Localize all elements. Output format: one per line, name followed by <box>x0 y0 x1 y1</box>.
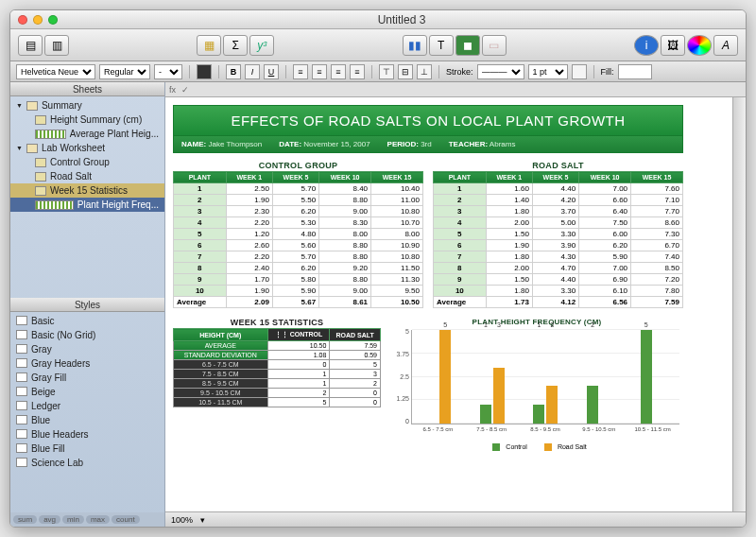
stroke-width-select[interactable]: 1 pt <box>528 64 568 79</box>
stroke-color-button[interactable] <box>572 64 587 79</box>
format-bar: Helvetica Neue Regular - B I U ≡ ≡ ≡ ≡ ⊤… <box>10 61 746 82</box>
fill-label: Fill: <box>601 67 614 77</box>
bold-button[interactable]: B <box>226 64 241 79</box>
sidebar-item[interactable]: Week 15 Statistics <box>10 183 164 198</box>
titlebar: Untitled 3 <box>10 10 746 29</box>
sidebar: Sheets ▼SummaryHeight Summary (cm)Averag… <box>10 82 165 527</box>
chart-legend: ControlRoad Salt <box>390 443 683 451</box>
stroke-style-select[interactable]: ——— <box>477 64 524 79</box>
sidebar-item[interactable]: Height Summary (cm) <box>10 113 164 127</box>
sidebar-item[interactable]: Average Plant Heig... <box>10 127 164 141</box>
shapes-button[interactable]: ◼ <box>455 35 480 56</box>
week15-stats-table[interactable]: WEEK 15 STATISTICS HEIGHT (CM)⋮⋮ CONTROL… <box>173 318 381 451</box>
text-color-button[interactable] <box>197 64 212 79</box>
sidebar-item[interactable]: ▼Summary <box>10 98 164 113</box>
vertical-scrollbar[interactable] <box>732 97 746 511</box>
media-button[interactable]: 🖼 <box>661 35 685 56</box>
fonts-button[interactable]: A <box>713 35 738 56</box>
view-button[interactable]: ▤ <box>18 35 43 56</box>
styles-header: Styles <box>10 298 164 312</box>
status-bar: 100% ▾ <box>165 511 746 527</box>
doc-title: EFFECTS OF ROAD SALTS ON LOCAL PLANT GRO… <box>173 105 683 136</box>
sidebar-item[interactable]: ▼Lab Worksheet <box>10 141 164 155</box>
sidebar-item[interactable]: Control Group <box>10 155 164 169</box>
tables-button[interactable]: ▦ <box>197 35 221 56</box>
fx-label: fx <box>169 85 176 95</box>
italic-button[interactable]: I <box>245 64 260 79</box>
colors-button[interactable] <box>687 35 712 56</box>
align-center-button[interactable]: ≡ <box>312 64 327 79</box>
valign-bottom-button[interactable]: ⊥ <box>417 64 432 79</box>
font-weight-select[interactable]: Regular <box>99 64 150 79</box>
checkmark-icon[interactable]: ✓ <box>181 85 189 95</box>
style-item[interactable]: Gray <box>10 342 164 356</box>
style-item[interactable]: Blue Fill <box>10 442 164 456</box>
sheets-list: ▼SummaryHeight Summary (cm)Average Plant… <box>10 96 164 298</box>
chevron-down-icon[interactable]: ▾ <box>200 515 205 525</box>
doc-meta: NAME: Jake Thompson DATE: November 15, 2… <box>173 136 683 153</box>
plant-height-chart[interactable]: PLANT HEIGHT FREQUENCY (CM) 53.752.51.25… <box>390 318 683 451</box>
zoom-level[interactable]: 100% <box>171 515 193 525</box>
style-item[interactable]: Gray Headers <box>10 356 164 371</box>
align-right-button[interactable]: ≡ <box>331 64 346 79</box>
zoom-icon[interactable] <box>48 15 58 25</box>
textbox-button[interactable]: T <box>429 35 454 56</box>
style-item[interactable]: Blue Headers <box>10 427 164 442</box>
sheets-header: Sheets <box>10 82 164 96</box>
footer-pill[interactable]: sum <box>13 515 37 524</box>
font-size-select[interactable]: - <box>154 64 182 79</box>
styles-list: BasicBasic (No Grid)GrayGray HeadersGray… <box>10 312 164 513</box>
stroke-label: Stroke: <box>446 67 473 77</box>
font-family-select[interactable]: Helvetica Neue <box>16 64 95 79</box>
underline-button[interactable]: U <box>264 64 279 79</box>
style-item[interactable]: Basic <box>10 314 164 328</box>
inspector-button[interactable]: i <box>634 35 659 56</box>
main-toolbar: ▤ ▥ ▦ Σ y³ ▮▮ T ◼ ▭ i 🖼 A <box>10 29 746 61</box>
fill-color-button[interactable] <box>618 64 652 79</box>
align-left-button[interactable]: ≡ <box>293 64 308 79</box>
style-item[interactable]: Science Lab <box>10 456 164 470</box>
close-icon[interactable] <box>18 15 27 25</box>
footer-pill[interactable]: max <box>86 515 110 524</box>
style-item[interactable]: Basic (No Grid) <box>10 328 164 342</box>
app-window: Untitled 3 ▤ ▥ ▦ Σ y³ ▮▮ T ◼ ▭ i 🖼 A Hel… <box>9 9 747 528</box>
minimize-icon[interactable] <box>33 15 43 25</box>
style-item[interactable]: Beige <box>10 385 164 399</box>
formula-button[interactable]: y³ <box>249 35 274 56</box>
valign-top-button[interactable]: ⊤ <box>379 64 394 79</box>
functions-button[interactable]: Σ <box>223 35 248 56</box>
style-item[interactable]: Gray Fill <box>10 371 164 385</box>
canvas[interactable]: EFFECTS OF ROAD SALTS ON LOCAL PLANT GRO… <box>165 97 732 511</box>
sidebar-footer: sumavgminmaxcount <box>10 512 164 527</box>
style-item[interactable]: Blue <box>10 413 164 427</box>
charts-button[interactable]: ▮▮ <box>403 35 427 56</box>
window-title: Untitled 3 <box>58 13 746 26</box>
road-salt-table[interactable]: ROAD SALT PLANTWEEK 1WEEK 5WEEK 10WEEK 1… <box>433 161 683 308</box>
footer-pill[interactable]: min <box>62 515 84 524</box>
formula-bar[interactable]: fx ✓ <box>165 82 746 97</box>
footer-pill[interactable]: avg <box>39 515 60 524</box>
sheet-button[interactable]: ▥ <box>44 35 69 56</box>
valign-middle-button[interactable]: ⊟ <box>398 64 413 79</box>
sidebar-item[interactable]: Road Salt <box>10 169 164 183</box>
control-group-table[interactable]: CONTROL GROUP PLANTWEEK 1WEEK 5WEEK 10WE… <box>173 161 423 308</box>
align-justify-button[interactable]: ≡ <box>350 64 365 79</box>
style-item[interactable]: Ledger <box>10 399 164 413</box>
footer-pill[interactable]: count <box>112 515 140 524</box>
sidebar-item[interactable]: Plant Height Freq... <box>10 198 164 212</box>
comment-button[interactable]: ▭ <box>482 35 507 56</box>
